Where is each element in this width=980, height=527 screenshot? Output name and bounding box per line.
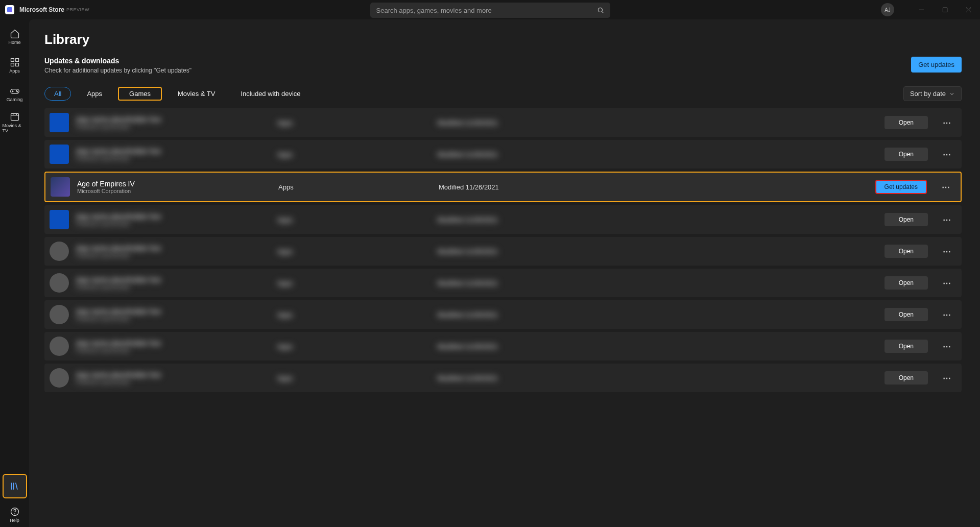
app-name [76, 371, 270, 379]
row-open-button[interactable]: Open [885, 213, 928, 226]
app-modified [438, 119, 877, 127]
minimize-button[interactable] [910, 0, 933, 19]
search-input[interactable] [376, 7, 597, 14]
filter-row: All Apps Games Movies & TV Included with… [44, 86, 962, 101]
sidebar: Home Apps Gaming Movies & TV Help [0, 19, 29, 527]
row-open-button[interactable]: Open [885, 371, 928, 385]
app-modified [438, 248, 877, 255]
svg-rect-9 [15, 63, 18, 66]
app-category [277, 119, 431, 127]
get-updates-button[interactable]: Get updates [911, 57, 962, 73]
app-name [76, 339, 270, 347]
sidebar-item-label: Help [10, 518, 19, 523]
sidebar-item-gaming[interactable]: Gaming [3, 82, 27, 106]
app-category: Apps [278, 183, 432, 191]
maximize-button[interactable] [933, 0, 957, 19]
app-publisher [76, 379, 270, 385]
sidebar-item-home[interactable]: Home [3, 25, 27, 49]
list-item[interactable]: Open⋯ [44, 300, 962, 329]
sidebar-item-label: Gaming [7, 97, 23, 102]
row-open-button[interactable]: Open [885, 245, 928, 258]
row-open-button[interactable]: Open [885, 308, 928, 321]
app-name [76, 244, 270, 252]
page-title: Library [44, 32, 962, 47]
app-name [76, 147, 270, 155]
list-item[interactable]: Open⋯ [44, 108, 962, 137]
app-modified [438, 374, 877, 382]
app-publisher [76, 347, 270, 353]
list-item[interactable]: Open⋯ [44, 237, 962, 266]
row-get-updates-button[interactable]: Get updates [875, 180, 927, 194]
list-item[interactable]: Open⋯ [44, 332, 962, 361]
chevron-down-icon [949, 91, 955, 97]
app-publisher [76, 221, 270, 227]
app-thumbnail [51, 177, 70, 197]
svg-point-0 [598, 8, 602, 12]
app-name [76, 276, 270, 284]
sidebar-item-movies[interactable]: Movies & TV [3, 110, 27, 135]
row-open-button[interactable]: Open [885, 340, 928, 353]
more-icon[interactable]: ⋯ [939, 370, 954, 386]
app-category [277, 343, 431, 350]
filter-pill-all[interactable]: All [44, 87, 71, 101]
app-name [76, 212, 270, 221]
filter-pill-movies[interactable]: Movies & TV [168, 87, 225, 101]
svg-point-14 [17, 91, 18, 92]
list-item[interactable]: Age of Empires IVMicrosoft CorporationAp… [44, 172, 962, 202]
svg-point-13 [16, 90, 17, 91]
list-item[interactable]: Open⋯ [44, 140, 962, 169]
list-item[interactable]: Open⋯ [44, 269, 962, 297]
app-thumbnail [50, 273, 69, 293]
section-title: Updates & downloads [44, 57, 192, 65]
close-button[interactable] [957, 0, 980, 19]
app-publisher: Microsoft Corporation [77, 188, 271, 194]
more-icon[interactable]: ⋯ [939, 147, 954, 162]
sidebar-item-label: Movies & TV [3, 123, 27, 133]
app-modified [438, 216, 877, 224]
app-category [277, 374, 431, 382]
app-category [277, 248, 431, 255]
list-item[interactable]: Open⋯ [44, 364, 962, 392]
more-icon[interactable]: ⋯ [939, 275, 954, 291]
row-open-button[interactable]: Open [885, 276, 928, 290]
svg-rect-6 [11, 59, 14, 62]
svg-rect-7 [15, 59, 18, 62]
more-icon[interactable]: ⋯ [939, 307, 954, 322]
app-modified [438, 151, 877, 158]
more-icon[interactable]: ⋯ [939, 212, 954, 227]
app-name [76, 115, 270, 124]
app-publisher [76, 284, 270, 290]
more-icon[interactable]: ⋯ [939, 244, 954, 259]
sidebar-item-help[interactable]: Help [3, 502, 27, 527]
app-publisher [76, 155, 270, 161]
sidebar-item-library[interactable] [3, 474, 27, 498]
app-category [277, 216, 431, 224]
filter-pill-apps[interactable]: Apps [77, 87, 112, 101]
app-publisher [76, 252, 270, 258]
app-name [76, 307, 270, 316]
app-thumbnail [50, 210, 69, 229]
sort-dropdown[interactable]: Sort by date [903, 86, 962, 101]
preview-badge: PREVIEW [66, 7, 89, 12]
row-open-button[interactable]: Open [885, 148, 928, 161]
svg-line-1 [602, 11, 603, 13]
search-bar[interactable] [370, 3, 610, 18]
app-thumbnail [50, 368, 69, 388]
row-open-button[interactable]: Open [885, 116, 928, 129]
app-thumbnail [50, 242, 69, 261]
filter-pill-games[interactable]: Games [118, 87, 162, 101]
filter-pill-included[interactable]: Included with device [231, 87, 310, 101]
svg-rect-8 [11, 63, 14, 66]
app-modified [438, 343, 877, 350]
app-modified [438, 311, 877, 319]
app-modified [438, 279, 877, 287]
titlebar: Microsoft Store PREVIEW AJ [0, 0, 980, 19]
list-item[interactable]: Open⋯ [44, 205, 962, 234]
more-icon[interactable]: ⋯ [939, 339, 954, 354]
sidebar-item-apps[interactable]: Apps [3, 53, 27, 78]
more-icon[interactable]: ⋯ [938, 179, 953, 195]
app-category [277, 279, 431, 287]
more-icon[interactable]: ⋯ [939, 115, 954, 130]
app-thumbnail [50, 337, 69, 356]
avatar[interactable]: AJ [881, 3, 894, 16]
